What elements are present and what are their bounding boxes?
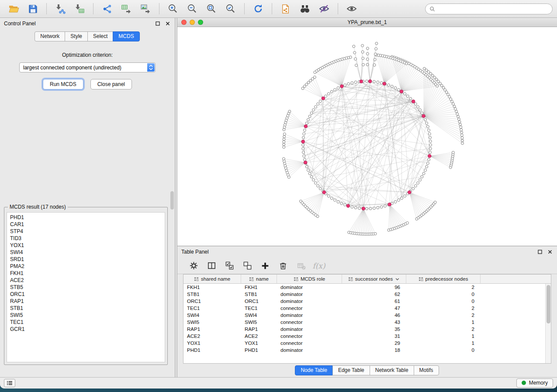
table-cell: 47 <box>342 306 406 311</box>
network-canvas[interactable] <box>177 27 557 246</box>
table-row[interactable]: SWI5SWI5connector431 <box>183 319 551 326</box>
close-window-icon[interactable] <box>181 20 187 25</box>
result-item[interactable]: RAP1 <box>10 298 162 305</box>
show-hide-panel-button[interactable] <box>343 1 361 16</box>
result-item[interactable]: GCR1 <box>10 326 162 333</box>
result-item[interactable]: TID3 <box>10 235 162 242</box>
table-row[interactable]: STB1STB1dominator620 <box>183 291 551 298</box>
tab-network-table[interactable]: Network Table <box>370 365 414 375</box>
zoom-selected-button[interactable] <box>221 1 240 16</box>
table-row[interactable]: PHD1PHD1dominator180 <box>183 347 551 354</box>
run-mcds-button[interactable]: Run MCDS <box>43 79 83 89</box>
tab-node-table[interactable]: Node Table <box>295 365 333 375</box>
zoom-in-button[interactable] <box>164 1 182 16</box>
memory-button[interactable]: Memory <box>516 378 553 388</box>
table-scrollbar[interactable] <box>545 284 551 363</box>
result-item[interactable]: TEC1 <box>10 319 162 326</box>
table-row[interactable]: YOX1YOX1connector291 <box>183 340 551 347</box>
export-table-button[interactable] <box>117 1 135 16</box>
tab-mcds[interactable]: MCDS <box>113 31 139 41</box>
import-network-button[interactable] <box>51 1 69 16</box>
float-table-panel-button[interactable] <box>537 249 543 255</box>
search-field[interactable] <box>425 3 553 14</box>
column-header-shared-name[interactable]: shared name <box>183 275 241 283</box>
import-table-button[interactable] <box>70 1 89 16</box>
column-label: MCDS role <box>301 276 325 282</box>
close-panel-button[interactable] <box>165 21 171 27</box>
zoom-in-icon <box>168 3 179 14</box>
network-window-titlebar[interactable]: YPA_prune.txt_1 <box>177 18 557 27</box>
close-table-panel-button[interactable] <box>547 249 553 255</box>
toolbar-separator <box>272 3 272 14</box>
refresh-view-button[interactable] <box>249 1 267 16</box>
result-item[interactable]: PMA2 <box>10 263 162 270</box>
table-cell: 46 <box>342 313 406 318</box>
table-row[interactable]: ACE2ACE2connector311 <box>183 333 551 340</box>
function-builder-button-disabled: f(x) <box>313 260 325 272</box>
zoom-fit-button[interactable] <box>202 1 221 16</box>
table-row[interactable]: FKH1FKH1dominator962 <box>183 284 551 291</box>
column-header-successor-nodes[interactable]: successor nodes <box>342 275 406 283</box>
result-item[interactable]: YOX1 <box>10 242 162 249</box>
search-input[interactable] <box>438 6 548 12</box>
column-header-MCDS-role[interactable]: MCDS role <box>277 275 342 283</box>
table-settings-button[interactable] <box>188 260 199 272</box>
export-network-button[interactable] <box>98 1 116 16</box>
minimize-window-icon[interactable] <box>190 20 195 25</box>
add-column-button[interactable] <box>259 260 271 272</box>
column-label: successor nodes <box>355 276 393 282</box>
result-item[interactable]: STB5 <box>10 284 162 291</box>
criterion-select[interactable]: largest connected component (undirected) <box>19 62 156 72</box>
result-item[interactable]: ACE2 <box>10 277 162 284</box>
control-panel-tabs: NetworkStyleSelectMCDS <box>0 31 175 41</box>
table-cell: ACE2 <box>183 334 241 339</box>
result-item[interactable]: SWI5 <box>10 312 162 319</box>
delete-table-button-disabled <box>295 260 307 272</box>
export-image-button[interactable] <box>136 1 155 16</box>
open-session-button[interactable] <box>4 1 23 16</box>
delete-column-button[interactable] <box>277 260 289 272</box>
import-network-icon <box>55 3 66 14</box>
show-columns-button[interactable] <box>206 260 217 272</box>
maximize-window-icon[interactable] <box>198 20 203 25</box>
find-neighbors-button[interactable] <box>296 1 314 16</box>
table-row[interactable]: TEC1TEC1connector472 <box>183 305 551 312</box>
table-cell: PHD1 <box>241 347 277 353</box>
tab-style[interactable]: Style <box>65 31 88 41</box>
table-cell: ACE2 <box>241 334 277 339</box>
control-panel-scrollbar[interactable] <box>170 191 174 210</box>
tab-network[interactable]: Network <box>35 31 65 41</box>
result-item[interactable]: STB1 <box>10 305 162 312</box>
table-row[interactable]: RAP1RAP1dominator352 <box>183 326 551 333</box>
column-header-name[interactable]: name <box>241 275 277 283</box>
table-row[interactable]: ORC1ORC1dominator610 <box>183 298 551 305</box>
tab-select[interactable]: Select <box>87 31 113 41</box>
eye-icon <box>346 3 357 14</box>
graphics-details-button[interactable] <box>315 1 333 16</box>
status-menu-button[interactable] <box>4 379 15 387</box>
table-scrollbar-thumb[interactable] <box>547 285 550 323</box>
table-cell: 0 <box>406 292 481 297</box>
float-panel-button[interactable] <box>155 21 161 27</box>
result-item[interactable]: ORC1 <box>10 291 162 298</box>
tab-motifs[interactable]: Motifs <box>414 365 439 375</box>
select-all-button[interactable] <box>224 260 235 272</box>
share-document-button[interactable] <box>277 1 295 16</box>
table-cell: YOX1 <box>241 340 277 346</box>
column-type-icon <box>194 277 199 282</box>
deselect-all-button[interactable] <box>242 260 253 272</box>
result-item[interactable]: STP4 <box>10 228 162 235</box>
result-item[interactable]: CAR1 <box>10 221 162 228</box>
result-item[interactable]: PHD1 <box>10 214 162 221</box>
result-item[interactable]: SRD1 <box>10 256 162 263</box>
table-cell: connector <box>277 334 342 339</box>
close-panel-action-button[interactable]: Close panel <box>90 79 132 89</box>
table-row[interactable]: SWI4SWI4dominator462 <box>183 312 551 319</box>
zoom-out-button[interactable] <box>183 1 201 16</box>
tab-edge-table[interactable]: Edge Table <box>332 365 370 375</box>
result-item[interactable]: SWI4 <box>10 249 162 256</box>
save-session-button[interactable] <box>24 1 42 16</box>
binoculars-icon <box>299 3 311 14</box>
result-item[interactable]: FKH1 <box>10 270 162 277</box>
column-header-predecessor-nodes[interactable]: predecessor nodes <box>406 275 481 283</box>
